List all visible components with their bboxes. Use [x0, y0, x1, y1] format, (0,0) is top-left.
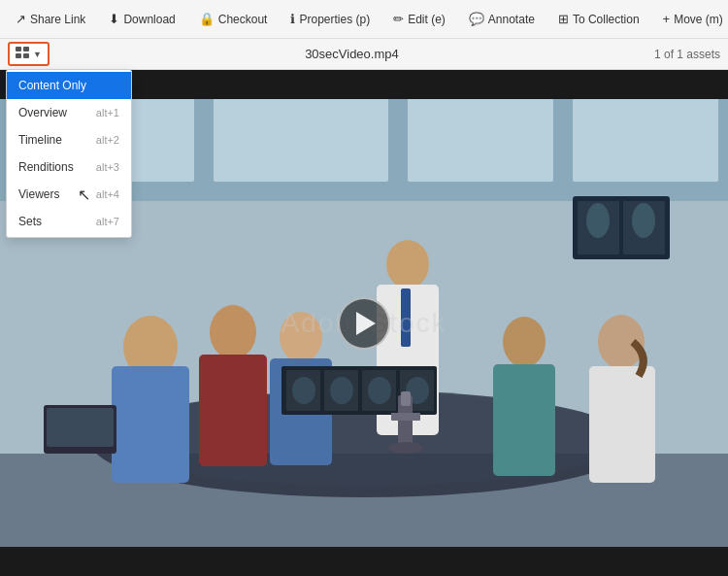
renditions-shortcut: alt+3: [96, 161, 119, 173]
svg-point-19: [386, 240, 429, 288]
sets-shortcut: alt+7: [96, 216, 119, 227]
move-button[interactable]: + Move (m): [655, 8, 728, 30]
svg-rect-25: [589, 366, 655, 483]
svg-point-39: [330, 377, 353, 404]
sets-label: Sets: [18, 215, 42, 228]
svg-rect-43: [391, 413, 420, 421]
main-toolbar: ↗ Share Link ⬇ Download 🔒 Checkout ℹ Pro…: [0, 0, 728, 39]
view-selector-button[interactable]: ▼: [8, 42, 50, 66]
edit-label: Edit (e): [408, 13, 446, 26]
download-label: Download: [123, 13, 175, 26]
svg-point-31: [586, 203, 610, 238]
chevron-down-icon: ▼: [33, 50, 42, 59]
play-button[interactable]: [338, 297, 390, 350]
content-only-label: Content Only: [18, 79, 86, 92]
svg-rect-45: [401, 391, 411, 406]
svg-rect-23: [493, 364, 555, 476]
asset-count: 1 of 1 assets: [654, 48, 720, 61]
svg-rect-1: [23, 47, 29, 51]
to-collection-button[interactable]: ⊞ To Collection: [550, 8, 647, 30]
to-collection-label: To Collection: [573, 13, 640, 26]
properties-button[interactable]: ℹ Properties (p): [282, 8, 378, 30]
viewers-label: Viewers: [18, 187, 59, 201]
properties-label: Properties (p): [299, 13, 370, 26]
move-label: Move (m): [674, 13, 723, 26]
dropdown-item-content-only[interactable]: Content Only: [7, 72, 131, 99]
checkout-icon: 🔒: [199, 12, 215, 26]
download-button[interactable]: ⬇ Download: [101, 8, 182, 30]
svg-rect-8: [408, 99, 553, 182]
svg-point-17: [280, 312, 322, 362]
play-icon: [356, 312, 376, 335]
overview-shortcut: alt+1: [96, 107, 119, 119]
svg-point-40: [368, 377, 391, 404]
move-icon: +: [663, 12, 671, 26]
content-only-label-group: Content Only: [18, 79, 86, 92]
file-title: 30secVideo.mp4: [50, 47, 654, 61]
annotate-button[interactable]: 💬 Annotate: [461, 8, 543, 30]
dropdown-item-overview[interactable]: Overview alt+1: [7, 99, 131, 126]
info-icon: ℹ: [290, 12, 295, 26]
svg-point-15: [210, 305, 256, 359]
timeline-label: Timeline: [18, 133, 62, 147]
svg-rect-14: [112, 366, 189, 483]
svg-point-32: [632, 203, 655, 238]
dropdown-item-sets[interactable]: Sets alt+7: [7, 208, 131, 235]
cursor-indicator: ↖: [78, 186, 90, 204]
svg-rect-7: [214, 99, 388, 182]
checkout-button[interactable]: 🔒 Checkout: [191, 8, 276, 30]
svg-rect-2: [16, 53, 21, 58]
dropdown-item-viewers[interactable]: Viewers alt+4 ↖: [7, 181, 131, 208]
download-icon: ⬇: [109, 12, 119, 26]
collection-icon: ⊞: [558, 12, 569, 26]
annotate-label: Annotate: [488, 13, 535, 26]
svg-point-38: [292, 377, 315, 404]
svg-point-22: [503, 317, 546, 367]
view-selector-icon: [16, 47, 29, 61]
svg-rect-16: [199, 355, 267, 466]
dropdown-item-timeline[interactable]: Timeline alt+2: [7, 126, 131, 153]
svg-rect-21: [401, 288, 411, 347]
checkout-label: Checkout: [218, 13, 268, 26]
svg-rect-27: [47, 408, 114, 447]
dropdown-item-renditions[interactable]: Renditions alt+3: [7, 153, 131, 181]
svg-rect-0: [16, 47, 21, 51]
view-dropdown-menu: Content Only Overview alt+1 Timeline alt…: [6, 69, 132, 238]
share-icon: ↗: [16, 12, 26, 26]
edit-icon: ✏: [393, 12, 404, 26]
share-link-label: Share Link: [30, 13, 85, 26]
svg-rect-3: [23, 53, 29, 58]
svg-rect-9: [573, 99, 718, 182]
svg-point-44: [388, 442, 423, 454]
renditions-label: Renditions: [18, 160, 74, 174]
edit-button[interactable]: ✏ Edit (e): [385, 8, 453, 30]
viewers-shortcut: alt+4: [96, 188, 119, 200]
share-link-button[interactable]: ↗ Share Link: [8, 8, 93, 30]
overview-label: Overview: [18, 106, 67, 119]
sub-toolbar: ▼ Content Only Overview alt+1 Timeline a…: [0, 39, 728, 70]
annotate-icon: 💬: [469, 12, 484, 26]
timeline-shortcut: alt+2: [96, 134, 119, 146]
